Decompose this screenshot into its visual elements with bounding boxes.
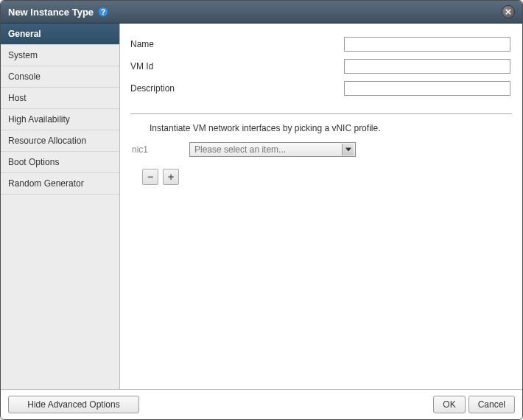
- nic-profile-dropdown[interactable]: Please select an item...: [189, 142, 356, 157]
- plus-icon: +: [168, 171, 174, 183]
- dropdown-placeholder: Please select an item...: [194, 144, 286, 155]
- sidebar-item-label: Host: [8, 93, 27, 103]
- nic-row: nic1 Please select an item...: [130, 142, 512, 157]
- content-panel: Name VM Id Description Instantiate VM ne…: [120, 24, 522, 389]
- titlebar-left: New Instance Type ?: [8, 7, 108, 18]
- footer: Hide Advanced Options OK Cancel: [1, 389, 522, 419]
- ok-button[interactable]: OK: [433, 396, 465, 413]
- sidebar-item-label: Boot Options: [8, 157, 59, 167]
- sidebar-item-label: Random Generator: [8, 178, 84, 189]
- nic-hint: Instantiate VM network interfaces by pic…: [130, 123, 512, 133]
- sidebar-item-host[interactable]: Host: [1, 88, 119, 109]
- cancel-button[interactable]: Cancel: [468, 396, 515, 413]
- sidebar-item-label: High Availability: [8, 114, 70, 125]
- description-label: Description: [130, 83, 344, 94]
- name-input[interactable]: [344, 37, 510, 52]
- sidebar-item-general[interactable]: General: [1, 24, 119, 45]
- sidebar-item-random-generator[interactable]: Random Generator: [1, 173, 119, 195]
- close-icon: [505, 9, 511, 15]
- sidebar-item-resource-allocation[interactable]: Resource Allocation: [1, 130, 119, 152]
- close-button[interactable]: [502, 5, 515, 18]
- nic-buttons: − +: [130, 169, 512, 185]
- titlebar: New Instance Type ?: [1, 1, 522, 24]
- remove-nic-button[interactable]: −: [142, 169, 158, 185]
- vmid-label: VM Id: [130, 61, 344, 71]
- nic-label: nic1: [130, 144, 189, 155]
- sidebar-item-label: Resource Allocation: [8, 136, 86, 146]
- sidebar-item-boot-options[interactable]: Boot Options: [1, 152, 119, 173]
- description-input[interactable]: [344, 81, 510, 96]
- name-label: Name: [130, 39, 344, 49]
- dialog-body: General System Console Host High Availab…: [1, 24, 522, 389]
- footer-right: OK Cancel: [433, 396, 515, 413]
- sidebar-item-system[interactable]: System: [1, 45, 119, 66]
- help-icon[interactable]: ?: [98, 7, 108, 17]
- form-row-name: Name: [130, 37, 512, 52]
- minus-icon: −: [147, 171, 153, 183]
- dialog-new-instance-type: New Instance Type ? General System Conso…: [0, 0, 523, 420]
- form-row-description: Description: [130, 81, 512, 96]
- add-nic-button[interactable]: +: [163, 169, 179, 185]
- hide-advanced-options-button[interactable]: Hide Advanced Options: [8, 396, 139, 413]
- form-row-vmid: VM Id: [130, 59, 512, 74]
- chevron-down-icon: [342, 144, 354, 155]
- sidebar-item-high-availability[interactable]: High Availability: [1, 109, 119, 130]
- sidebar-item-label: General: [8, 29, 41, 39]
- sidebar-item-label: System: [8, 50, 38, 60]
- sidebar-item-label: Console: [8, 71, 41, 82]
- sidebar: General System Console Host High Availab…: [1, 24, 120, 389]
- dialog-title: New Instance Type: [8, 7, 94, 18]
- vmid-input[interactable]: [344, 59, 510, 74]
- divider: [130, 113, 512, 114]
- sidebar-item-console[interactable]: Console: [1, 66, 119, 88]
